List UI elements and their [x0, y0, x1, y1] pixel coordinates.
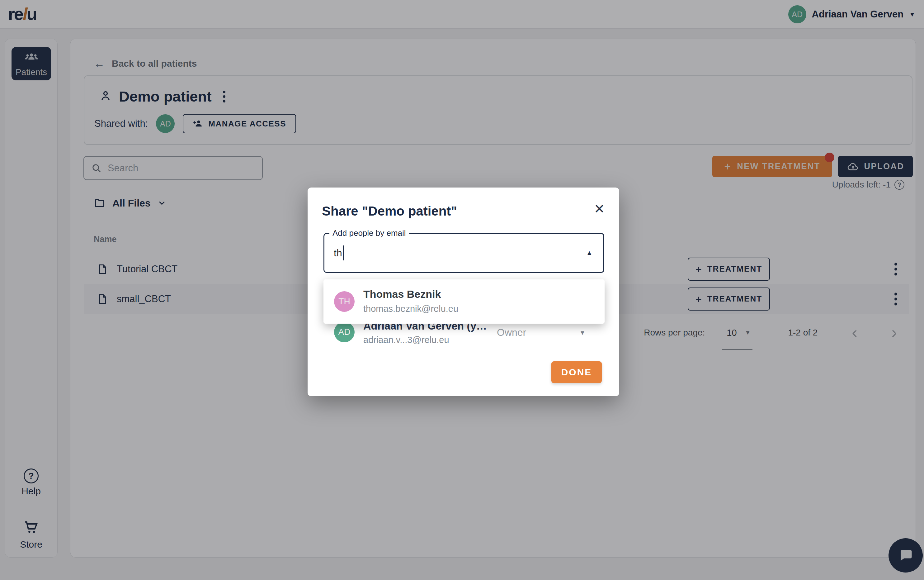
app-root: relu AD Adriaan Van Gerven ▼ Patients ? …: [0, 0, 924, 580]
suggestion-name: Thomas Beznik: [363, 288, 441, 300]
share-dialog: Share "Demo patient" ✕ Add people by ema…: [307, 188, 619, 396]
dialog-title: Share "Demo patient": [322, 204, 457, 219]
suggestion-item[interactable]: TH Thomas Beznik thomas.beznik@relu.eu: [324, 279, 605, 324]
close-icon[interactable]: ✕: [594, 203, 605, 216]
caret-down-icon[interactable]: ▼: [579, 329, 585, 336]
member-role-select[interactable]: Owner: [497, 327, 526, 338]
caret-up-icon[interactable]: ▲: [586, 249, 593, 257]
email-field-value: th: [334, 247, 342, 259]
member-avatar: AD: [334, 322, 355, 342]
done-button[interactable]: DONE: [551, 361, 602, 383]
add-people-email-field[interactable]: Add people by email th ▲: [324, 233, 604, 273]
suggestion-email: thomas.beznik@relu.eu: [363, 304, 458, 314]
member-email: adriaan.v...3@relu.eu: [363, 335, 449, 345]
done-label: DONE: [561, 367, 592, 377]
suggestion-avatar: TH: [334, 291, 355, 312]
text-cursor: [343, 246, 344, 260]
email-suggestions-panel: TH Thomas Beznik thomas.beznik@relu.eu: [324, 279, 605, 324]
